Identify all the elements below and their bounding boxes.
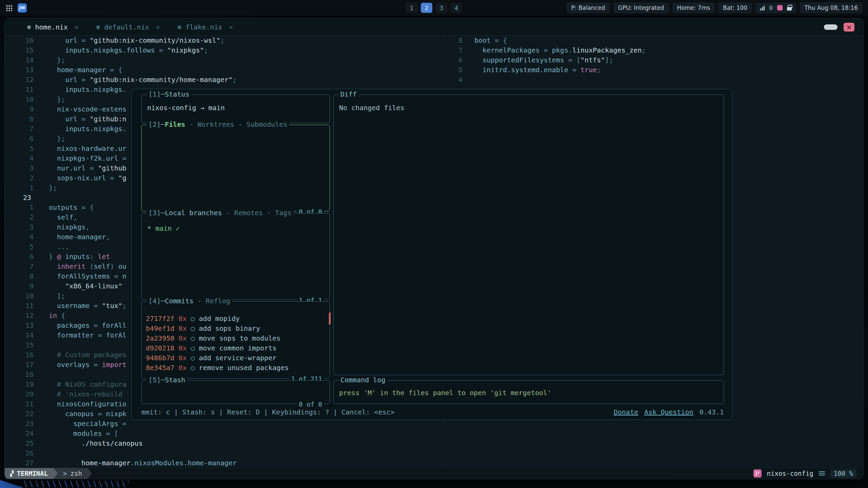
code-line: 6 supportedFilesystems = ["ntfs"]; <box>444 55 863 65</box>
window-pin-toggle[interactable] <box>824 24 837 30</box>
workspace-button-4[interactable]: 4 <box>451 3 462 13</box>
code-line: 14 }; <box>5 55 444 65</box>
git-branch-icon <box>753 469 762 477</box>
clock: Thu Aug 08, 18:16 <box>800 2 863 13</box>
code-line: 12 url = "github:nix-community/home-mana… <box>5 75 444 85</box>
tabbar-tabs: ❄home.nix×❄default.nix×❄flake.nix× <box>18 19 242 35</box>
git-status-panel[interactable]: [1]─Status nixos-config → main <box>141 95 330 123</box>
code-line: 5 initrd.systemd.enable = true; <box>444 65 863 75</box>
git-files-panel[interactable]: [2]─Files - Worktrees - Submodules 0 of … <box>141 125 330 211</box>
status-pill: Bat: 100 <box>718 2 752 13</box>
powerline-separator <box>87 468 92 479</box>
git-branches-panel[interactable]: [3]─Local branches - Remotes - Tags * ma… <box>141 213 330 300</box>
diff-text: No changed files <box>334 95 724 112</box>
wallpaper-streak <box>20 481 129 487</box>
code-line: 24 modules = [ <box>5 429 444 439</box>
mode-label: TERMINAL <box>17 470 48 477</box>
git-command-log-panel[interactable]: Command log press 'M' in the files panel… <box>333 380 724 404</box>
commit-row[interactable]: 2a23950 0x ○ move sops to modules <box>146 333 330 343</box>
commit-row[interactable]: b49ef1d 0x ○ add sops binary <box>146 324 330 333</box>
code-line: 13 home-manager = { <box>5 65 444 75</box>
lock-icon <box>787 7 792 11</box>
workspace-button-2[interactable]: 2 <box>421 3 432 13</box>
system-tray[interactable]: 0 <box>755 3 796 13</box>
code-line: 15 inputs.nixpkgs.follows = "nixpkgs"; <box>5 45 444 55</box>
donate-link[interactable]: Donate <box>614 408 638 416</box>
apps-grid-icon[interactable] <box>5 4 12 11</box>
editor-area: 16 url = "github:nix-community/nixos-wsl… <box>5 36 863 468</box>
commit-row[interactable]: 9486b7d 0x ○ add service-wrapper <box>146 353 330 363</box>
lazygit-version: 0.43.1 <box>699 408 724 416</box>
scroll-percent: 100 % <box>830 469 856 478</box>
commit-row[interactable]: 2717f2f 0x ○ add mopidy <box>146 314 330 324</box>
status-line: ▞ TERMINAL > zsh nixos-config 100 % <box>5 468 863 479</box>
window-close-button[interactable]: × <box>844 23 854 32</box>
tab-default.nix[interactable]: ❄default.nix× <box>87 19 169 35</box>
tab-close-icon[interactable]: × <box>156 23 160 31</box>
code-line: 4 <box>444 75 863 85</box>
lazygit-bottom-bar: mmit: c | Stash: s | Reset: D | Keybindi… <box>141 408 724 416</box>
nix-snowflake-icon: ❄ <box>27 23 31 31</box>
commit-row[interactable]: 8e345a7 0x ○ remove unused packages <box>146 363 330 373</box>
wifi-icon <box>760 5 765 11</box>
code-line: 25 ./hosts/canopus <box>5 439 444 448</box>
panel-title: [3]─Local branches - Remotes - Tags <box>146 209 293 217</box>
tab-bar: ❄home.nix×❄default.nix×❄flake.nix× × <box>5 19 863 36</box>
topbar-status-items: P: BalancedGPU: IntegratedHome: 7msBat: … <box>567 2 752 13</box>
panel-count: 0 of 0 <box>297 401 324 408</box>
git-stash-panel[interactable]: [5]─Stash 0 of 0 <box>141 380 330 404</box>
terminal-window: ❄home.nix×❄default.nix×❄flake.nix× × 16 … <box>4 18 864 479</box>
panel-title: [1]─Status <box>146 90 191 98</box>
code-line: 8boot = { <box>444 36 863 45</box>
repo-name: nixos-config <box>767 470 813 477</box>
tab-label: home.nix <box>35 23 67 31</box>
notification-count: 0 <box>769 5 772 11</box>
code-line: 16 url = "github:nix-community/nixos-wsl… <box>5 36 444 45</box>
mode-segment: ▞ TERMINAL <box>5 468 53 479</box>
shell-label: zsh <box>71 470 82 477</box>
tab-close-icon[interactable]: × <box>229 23 233 31</box>
powerline-separator <box>53 468 58 479</box>
code-line: 23 specialArgs = <box>5 419 444 429</box>
git-diff-panel[interactable]: Diff No changed files <box>333 95 724 375</box>
status-pill: P: Balanced <box>567 2 610 13</box>
commit-list: 2717f2f 0x ○ add mopidyb49ef1d 0x ○ add … <box>142 302 330 373</box>
shell-segment: > zsh <box>58 468 87 479</box>
code-line: 26 <box>5 448 444 458</box>
workspace-button-3[interactable]: 3 <box>436 3 447 13</box>
prompt-icon: > <box>63 470 67 477</box>
nix-snowflake-icon: ❄ <box>96 23 100 31</box>
logo-badge[interactable]: JW <box>18 3 27 13</box>
tab-label: flake.nix <box>185 23 222 31</box>
tab-close-icon[interactable]: × <box>75 23 79 31</box>
code-line: 27 home-manager.nixosModules.home-manage… <box>5 458 444 468</box>
top-bar: JW 1234 P: BalancedGPU: IntegratedHome: … <box>0 0 868 16</box>
tab-label: default.nix <box>104 23 149 31</box>
nix-snowflake-icon: ❄ <box>178 23 181 31</box>
workspace-button-1[interactable]: 1 <box>406 3 417 13</box>
panel-title: Diff <box>338 90 359 98</box>
lazygit-float: [1]─Status nixos-config → main [2]─Files… <box>132 89 732 420</box>
tab-flake.nix[interactable]: ❄flake.nix× <box>169 19 242 35</box>
menu-icon[interactable] <box>819 471 825 475</box>
mode-icon: ▞ <box>10 470 14 477</box>
status-pill: GPU: Integrated <box>613 2 669 13</box>
workspaces: 1234 <box>406 0 462 16</box>
panel-title: [5]─Stash <box>146 376 187 384</box>
panel-title: Command log <box>338 376 387 384</box>
keybind-hints: mmit: c | Stash: s | Reset: D | Keybindi… <box>141 408 395 416</box>
ask-question-link[interactable]: Ask Question <box>644 408 693 416</box>
color-swatch-icon <box>777 5 783 11</box>
git-commits-panel[interactable]: [4]─Commits - Reflog 2717f2f 0x ○ add mo… <box>141 301 330 379</box>
window-controls: × <box>824 19 854 35</box>
commit-row[interactable]: d920218 0x ○ move common imports <box>146 343 330 353</box>
commits-scrollbar[interactable] <box>329 312 331 325</box>
tab-home.nix[interactable]: ❄home.nix× <box>18 19 87 35</box>
panel-title: [4]─Commits - Reflog <box>146 297 232 305</box>
status-pill: Home: 7ms <box>672 2 715 13</box>
panel-title: [2]─Files - Worktrees - Submodules <box>146 120 289 128</box>
code-line: 7 kernelPackages = pkgs.linuxPackages_ze… <box>444 45 863 55</box>
command-log-text: press 'M' in the files panel to open 'gi… <box>334 381 724 397</box>
